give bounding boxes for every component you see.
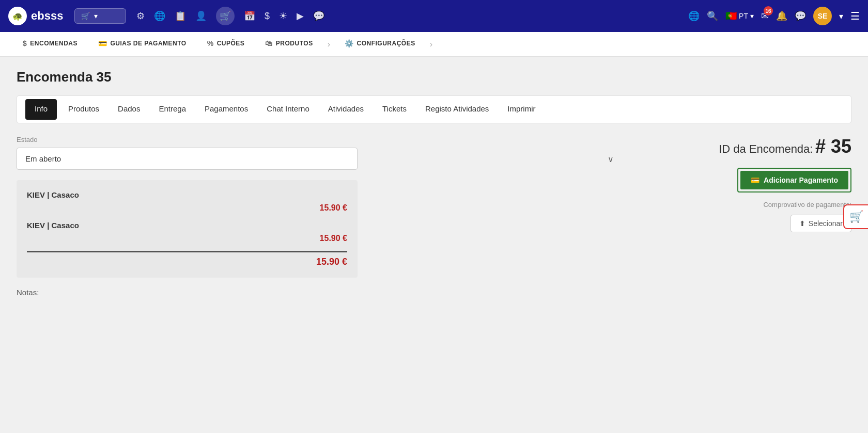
- state-select-wrapper: Em aberto ∨: [17, 148, 622, 170]
- product-divider: [27, 251, 347, 252]
- logo-area: 🐢 ebsss: [8, 7, 70, 25]
- select-chevron-icon: ∨: [608, 154, 614, 164]
- page-title: Encomenda 35: [17, 69, 851, 85]
- total-price: 15.90 €: [27, 256, 347, 267]
- notification-badge: 16: [764, 6, 773, 15]
- store-selector[interactable]: 🛒 ▾: [74, 8, 126, 24]
- tab-pagamentos[interactable]: Pagamentos: [195, 96, 257, 123]
- language-selector[interactable]: 🇵🇹 PT ▾: [725, 10, 754, 22]
- tab-tickets[interactable]: Tickets: [373, 96, 416, 123]
- tab-chat-interno[interactable]: Chat Interno: [257, 96, 319, 123]
- play-icon[interactable]: ▶: [297, 10, 304, 22]
- product-item-2: KIEV | Casaco 15.90 €: [27, 221, 347, 243]
- cupoes-icon: %: [207, 39, 214, 47]
- nav-encomendas[interactable]: $ ENCOMENDAS: [12, 32, 88, 57]
- selecionar-icon: ⬆: [799, 219, 805, 228]
- tabs-container: Info Produtos Dados Entrega Pagamentos C…: [17, 95, 851, 123]
- calendar-icon[interactable]: 📅: [244, 10, 255, 22]
- lang-chevron: ▾: [750, 12, 754, 20]
- tab-registo-atividades[interactable]: Registo Atividades: [416, 96, 498, 123]
- avatar-chevron[interactable]: ▾: [839, 11, 843, 21]
- right-col-inner: ID da Encomenda: # 35 💳 Adicionar Pagame…: [634, 136, 851, 232]
- right-column: ID da Encomenda: # 35 💳 Adicionar Pagame…: [634, 136, 851, 297]
- hamburger-icon[interactable]: ☰: [850, 10, 860, 22]
- guias-label: GUIAS DE PAGAMENTO: [110, 40, 186, 47]
- settings-icon[interactable]: ⚙: [136, 10, 145, 22]
- store-chevron: ▾: [94, 12, 98, 20]
- cart-nav-icon[interactable]: 🛒: [216, 7, 235, 25]
- selecionar-button[interactable]: ⬆ Selecionar: [791, 215, 851, 232]
- flag-icon: 🇵🇹: [725, 10, 737, 22]
- nav-arrow-right-1[interactable]: ›: [323, 40, 334, 49]
- avatar[interactable]: SE: [813, 7, 832, 25]
- order-id-label: ID da Encomenda:: [719, 142, 813, 155]
- nav-produtos[interactable]: 🛍 PRODUTOS: [255, 32, 323, 57]
- tab-produtos[interactable]: Produtos: [59, 96, 109, 123]
- comprovativo-text: Comprovativo de pagamento:: [763, 201, 851, 209]
- globe-right-icon[interactable]: 🌐: [688, 10, 700, 22]
- clipboard-icon[interactable]: 📋: [175, 10, 186, 22]
- nav-configuracoes[interactable]: ⚙️ CONFIGURAÇÕES: [334, 32, 426, 57]
- nav-icons: ⚙ 🌐 📋 👤 🛒 📅 $ ☀ ▶ 💬: [130, 7, 331, 25]
- top-navigation: 🐢 ebsss 🛒 ▾ ⚙ 🌐 📋 👤 🛒 📅 $ ☀ ▶ 💬 🌐 🔍 🇵🇹 P…: [0, 0, 868, 32]
- product-price-2: 15.90 €: [27, 234, 347, 243]
- guias-icon: 💳: [98, 39, 107, 47]
- order-id-section: ID da Encomenda: # 35: [719, 136, 851, 157]
- config-icon: ⚙️: [345, 39, 354, 47]
- logo-text: ebsss: [31, 9, 63, 23]
- secondary-navigation: $ ENCOMENDAS 💳 GUIAS DE PAGAMENTO % CUPÕ…: [0, 32, 868, 57]
- tab-entrega[interactable]: Entrega: [149, 96, 195, 123]
- search-icon[interactable]: 🔍: [707, 10, 718, 22]
- bell-icon[interactable]: 🔔: [776, 10, 787, 22]
- tab-imprimir[interactable]: Imprimir: [498, 96, 545, 123]
- order-id-number: # 35: [815, 136, 851, 157]
- add-payment-button[interactable]: 💳 Adicionar Pagamento: [740, 171, 848, 189]
- right-icons: 🌐 🔍 🇵🇹 PT ▾ ✉ 16 🔔 💬 SE ▾ ☰: [688, 7, 860, 25]
- product-item-1: KIEV | Casaco 15.90 €: [27, 190, 347, 213]
- nav-guias-pagamento[interactable]: 💳 GUIAS DE PAGAMENTO: [88, 32, 197, 57]
- product-price-1: 15.90 €: [27, 203, 347, 213]
- message-icon[interactable]: 💬: [795, 10, 806, 22]
- produtos-icon: 🛍: [265, 39, 273, 47]
- product-name-1: KIEV | Casaco: [27, 190, 347, 199]
- floating-cart-icon: 🛒: [849, 210, 863, 223]
- notes-label: Notas:: [17, 288, 622, 297]
- left-column: Estado Em aberto ∨ KIEV | Casaco 15.90 €…: [17, 136, 622, 297]
- content-grid: Estado Em aberto ∨ KIEV | Casaco 15.90 €…: [17, 136, 851, 297]
- floating-cart-button[interactable]: 🛒: [843, 204, 868, 229]
- products-card: KIEV | Casaco 15.90 € KIEV | Casaco 15.9…: [17, 180, 358, 278]
- state-select[interactable]: Em aberto: [17, 148, 358, 170]
- logo-icon: 🐢: [8, 7, 27, 25]
- dollar-icon[interactable]: $: [265, 11, 270, 22]
- cupoes-label: CUPÕES: [217, 40, 245, 47]
- add-payment-btn-wrapper: 💳 Adicionar Pagamento: [737, 168, 851, 193]
- add-payment-label: Adicionar Pagamento: [764, 176, 838, 184]
- selecionar-label: Selecionar: [809, 219, 843, 228]
- product-name-2: KIEV | Casaco: [27, 221, 347, 230]
- tab-dados[interactable]: Dados: [109, 96, 149, 123]
- language-label: PT: [739, 12, 748, 20]
- store-icon: 🛒: [81, 12, 90, 20]
- nav-arrow-right-2[interactable]: ›: [426, 40, 437, 49]
- tab-info[interactable]: Info: [25, 99, 57, 120]
- tab-atividades[interactable]: Atividades: [319, 96, 373, 123]
- users-icon[interactable]: 👤: [195, 10, 207, 22]
- globe-nav-icon[interactable]: 🌐: [154, 10, 165, 22]
- add-payment-icon: 💳: [751, 176, 760, 184]
- nav-cupoes[interactable]: % CUPÕES: [197, 32, 255, 57]
- state-label: Estado: [17, 136, 622, 143]
- sun-icon[interactable]: ☀: [279, 10, 287, 22]
- main-content: Encomenda 35 Info Produtos Dados Entrega…: [0, 57, 868, 433]
- encomendas-icon: $: [23, 39, 27, 47]
- encomendas-label: ENCOMENDAS: [30, 40, 78, 47]
- produtos-label: PRODUTOS: [276, 40, 313, 47]
- chat-icon[interactable]: 💬: [313, 10, 324, 22]
- config-label: CONFIGURAÇÕES: [357, 40, 415, 47]
- email-icon[interactable]: ✉ 16: [761, 10, 769, 22]
